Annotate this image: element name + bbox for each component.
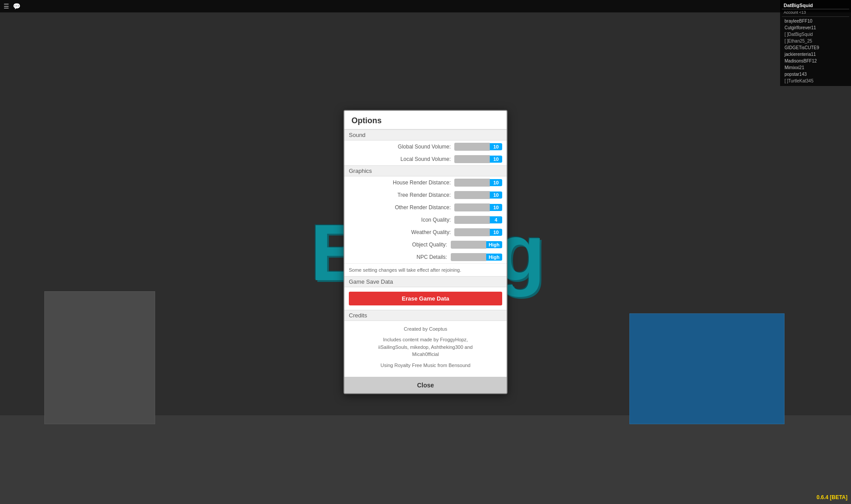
icon-quality-track[interactable] (454, 216, 490, 224)
icon-quality-value: 4 (490, 216, 502, 223)
other-render-distance-label: Other Render Distance: (349, 204, 451, 211)
options-modal: Options Sound Global Sound Volume: 10 Lo… (344, 110, 507, 395)
house-render-distance-value: 10 (490, 179, 502, 186)
npc-details-value: High (486, 254, 502, 261)
icon-quality-row: Icon Quality: 4 (344, 214, 507, 226)
global-sound-volume-control[interactable]: 10 (454, 143, 502, 151)
game-save-section: Erase Game Data (344, 287, 507, 310)
other-render-distance-row: Other Render Distance: 10 (344, 201, 507, 214)
weather-quality-label: Weather Quality: (349, 229, 451, 235)
tree-render-distance-track[interactable] (454, 191, 490, 199)
house-render-distance-control[interactable]: 10 (454, 179, 502, 187)
modal-footer: Close (344, 377, 507, 393)
house-render-distance-row: House Render Distance: 10 (344, 176, 507, 189)
object-quality-track[interactable] (451, 241, 486, 249)
tree-render-distance-label: Tree Render Distance: (349, 192, 451, 198)
object-quality-row: Object Quality: High (344, 238, 507, 251)
global-sound-volume-row: Global Sound Volume: 10 (344, 141, 507, 153)
npc-details-track[interactable] (451, 253, 486, 261)
other-render-distance-track[interactable] (454, 203, 490, 211)
icon-quality-control[interactable]: 4 (454, 216, 502, 224)
sound-section-header: Sound (344, 129, 507, 141)
icon-quality-label: Icon Quality: (349, 217, 451, 223)
local-sound-volume-value: 10 (490, 156, 502, 163)
local-sound-volume-control[interactable]: 10 (454, 155, 502, 163)
graphics-section-header: Graphics (344, 165, 507, 176)
npc-details-control[interactable]: High (451, 253, 502, 261)
tree-render-distance-row: Tree Render Distance: 10 (344, 189, 507, 201)
object-quality-value: High (486, 241, 502, 248)
game-save-section-header: Game Save Data (344, 276, 507, 287)
credits-content: Created by Coeptus Includes content made… (344, 321, 507, 377)
credits-section-header: Credits (344, 310, 507, 321)
weather-quality-control[interactable]: 10 (454, 228, 502, 236)
global-sound-volume-track[interactable] (454, 143, 490, 151)
graphics-note: Some setting changes will take effect af… (344, 263, 507, 276)
global-sound-volume-value: 10 (490, 143, 502, 150)
weather-quality-row: Weather Quality: 10 (344, 226, 507, 238)
tree-render-distance-control[interactable]: 10 (454, 191, 502, 199)
modal-overlay: Options Sound Global Sound Volume: 10 Lo… (0, 0, 851, 504)
object-quality-control[interactable]: High (451, 241, 502, 249)
object-quality-label: Object Quality: (349, 242, 447, 248)
credits-line-1: Created by Coeptus (349, 325, 502, 333)
npc-details-row: NPC Details: High (344, 251, 507, 263)
modal-body[interactable]: Sound Global Sound Volume: 10 Local Soun… (344, 129, 507, 377)
erase-game-data-button[interactable]: Erase Game Data (349, 292, 502, 305)
local-sound-volume-row: Local Sound Volume: 10 (344, 153, 507, 165)
other-render-distance-control[interactable]: 10 (454, 203, 502, 211)
global-sound-volume-label: Global Sound Volume: (349, 144, 451, 150)
tree-render-distance-value: 10 (490, 191, 502, 199)
modal-title: Options (344, 111, 507, 129)
local-sound-volume-track[interactable] (454, 155, 490, 163)
npc-details-label: NPC Details: (349, 254, 447, 260)
close-button[interactable]: Close (344, 377, 507, 393)
weather-quality-value: 10 (490, 229, 502, 236)
credits-line-2: Includes content made by FroggyHopz,iiSa… (349, 336, 502, 358)
weather-quality-track[interactable] (454, 228, 490, 236)
house-render-distance-track[interactable] (454, 179, 490, 187)
local-sound-volume-label: Local Sound Volume: (349, 156, 451, 162)
other-render-distance-value: 10 (490, 204, 502, 211)
credits-line-3: Using Royalty Free Music from Bensound (349, 362, 502, 369)
house-render-distance-label: House Render Distance: (349, 180, 451, 186)
